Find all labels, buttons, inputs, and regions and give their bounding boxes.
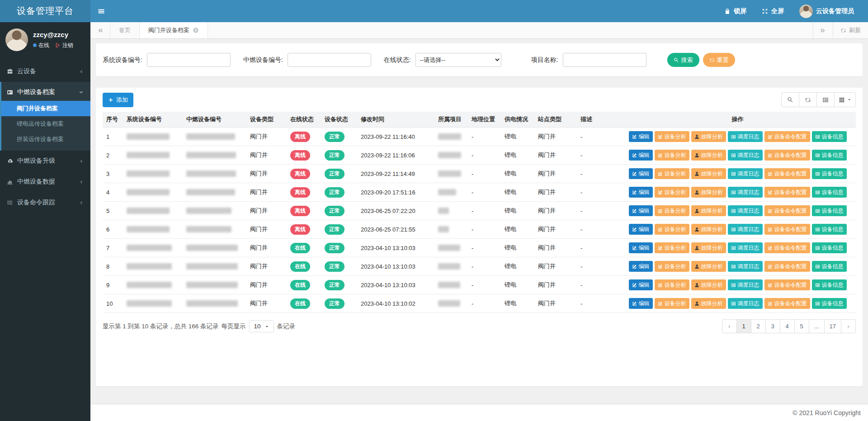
device-analysis-button[interactable]: 设备分析: [655, 224, 689, 235]
sidebar-item-device-command-track[interactable]: 设备命令跟踪: [0, 192, 90, 213]
sidebar-item-cloud-device[interactable]: 云设备: [0, 61, 90, 82]
edit-button[interactable]: 编辑: [629, 150, 653, 161]
edit-button[interactable]: 编辑: [629, 298, 653, 309]
device-info-button[interactable]: 设备信息: [812, 168, 847, 179]
tab-refresh-button[interactable]: 刷新: [833, 22, 868, 38]
columns-button[interactable]: [834, 92, 856, 107]
device-analysis-button[interactable]: 设备分析: [655, 187, 689, 198]
page-2-button[interactable]: 2: [751, 319, 766, 333]
device-analysis-button[interactable]: 设备分析: [655, 242, 689, 253]
system-device-code-input[interactable]: [147, 53, 231, 67]
sidebar-item-zr-device-upgrade[interactable]: 中燃设备升级: [0, 151, 90, 171]
fault-analysis-button[interactable]: 故障分析: [691, 224, 726, 235]
device-command-config-button[interactable]: 设备命令配置: [764, 261, 810, 272]
close-tab-icon[interactable]: [193, 27, 199, 33]
detail-view-button[interactable]: [816, 92, 835, 107]
dispatch-log-button[interactable]: 调度日志: [728, 205, 763, 216]
fault-analysis-button[interactable]: 故障分析: [691, 279, 726, 290]
device-command-config-button[interactable]: 设备命令配置: [764, 205, 810, 216]
tab-home[interactable]: 首页: [110, 22, 140, 38]
fullscreen-button[interactable]: 全屏: [754, 0, 792, 22]
dispatch-log-button[interactable]: 调度日志: [728, 261, 763, 272]
device-command-config-button[interactable]: 设备命令配置: [764, 298, 810, 309]
edit-button[interactable]: 编辑: [629, 168, 653, 179]
sidebar-subitem-lithium-remote-device-archive[interactable]: 锂电远传设备档案: [1, 116, 90, 132]
tab-valve-well-archive[interactable]: 阀门井设备档案: [140, 22, 208, 38]
add-button[interactable]: 添加: [103, 93, 133, 107]
sidebar-subitem-valve-well-device-archive[interactable]: 阀门井设备档案: [1, 101, 90, 116]
device-command-config-button[interactable]: 设备命令配置: [764, 279, 810, 290]
device-info-button[interactable]: 设备信息: [812, 224, 847, 235]
fault-analysis-button[interactable]: 故障分析: [691, 131, 726, 142]
page-3-button[interactable]: 3: [765, 319, 780, 333]
refresh-table-button[interactable]: [799, 92, 817, 107]
dispatch-log-button[interactable]: 调度日志: [728, 224, 763, 235]
device-info-button[interactable]: 设备信息: [812, 187, 847, 198]
online-status-select[interactable]: --请选择--: [415, 53, 501, 67]
page-17-button[interactable]: 17: [824, 319, 841, 333]
device-command-config-button[interactable]: 设备命令配置: [764, 224, 810, 235]
dispatch-log-button[interactable]: 调度日志: [728, 298, 763, 309]
page-4-button[interactable]: 4: [780, 319, 795, 333]
device-analysis-button[interactable]: 设备分析: [655, 150, 689, 161]
tabs-scroll-left-button[interactable]: [90, 22, 110, 38]
page-ellipsis[interactable]: ...: [809, 319, 825, 333]
page-size-select[interactable]: 10: [249, 320, 274, 332]
fault-analysis-button[interactable]: 故障分析: [691, 298, 726, 309]
logout-link[interactable]: 注销: [62, 42, 73, 49]
device-info-button[interactable]: 设备信息: [812, 205, 847, 216]
fault-analysis-button[interactable]: 故障分析: [691, 168, 726, 179]
search-button[interactable]: 搜索: [667, 53, 699, 67]
device-info-button[interactable]: 设备信息: [812, 242, 847, 253]
edit-button[interactable]: 编辑: [629, 205, 653, 216]
device-analysis-button[interactable]: 设备分析: [655, 261, 689, 272]
fault-analysis-button[interactable]: 故障分析: [691, 242, 726, 253]
pagination-next-button[interactable]: ›: [841, 319, 856, 333]
edit-button[interactable]: 编辑: [629, 224, 653, 235]
fault-analysis-button[interactable]: 故障分析: [691, 261, 726, 272]
dispatch-log-button[interactable]: 调度日志: [728, 131, 763, 142]
device-command-config-button[interactable]: 设备命令配置: [764, 242, 810, 253]
device-analysis-button[interactable]: 设备分析: [655, 205, 689, 216]
dispatch-log-button[interactable]: 调度日志: [728, 242, 763, 253]
edit-button[interactable]: 编辑: [629, 242, 653, 253]
edit-button[interactable]: 编辑: [629, 279, 653, 290]
fault-analysis-button[interactable]: 故障分析: [691, 150, 726, 161]
device-info-button[interactable]: 设备信息: [812, 279, 847, 290]
edit-button[interactable]: 编辑: [629, 187, 653, 198]
device-command-config-button[interactable]: 设备命令配置: [764, 131, 810, 142]
zr-device-code-input[interactable]: [288, 53, 371, 67]
sidebar-item-zr-device-archive[interactable]: 中燃设备档案: [1, 82, 90, 101]
fault-analysis-button[interactable]: 故障分析: [691, 205, 726, 216]
tabs-scroll-right-button[interactable]: [813, 22, 833, 38]
sidebar-item-zr-device-data[interactable]: 中燃设备数据: [0, 171, 90, 192]
online-status-label[interactable]: 在线: [38, 42, 49, 49]
lock-screen-button[interactable]: 锁屏: [717, 0, 754, 22]
fault-analysis-button[interactable]: 故障分析: [691, 187, 726, 198]
sidebar-toggle-button[interactable]: [90, 0, 112, 22]
reset-button[interactable]: 重置: [703, 53, 735, 67]
dispatch-log-button[interactable]: 调度日志: [728, 150, 763, 161]
edit-button[interactable]: 编辑: [629, 261, 653, 272]
device-command-config-button[interactable]: 设备命令配置: [764, 150, 810, 161]
device-info-button[interactable]: 设备信息: [812, 261, 847, 272]
app-logo[interactable]: 设备管理平台: [0, 0, 90, 22]
page-5-button[interactable]: 5: [794, 319, 809, 333]
toggle-search-button[interactable]: [781, 92, 799, 107]
device-command-config-button[interactable]: 设备命令配置: [764, 168, 810, 179]
device-analysis-button[interactable]: 设备分析: [655, 168, 689, 179]
user-menu[interactable]: 云设备管理员: [792, 0, 862, 22]
device-analysis-button[interactable]: 设备分析: [655, 279, 689, 290]
device-analysis-button[interactable]: 设备分析: [655, 131, 689, 142]
dispatch-log-button[interactable]: 调度日志: [728, 168, 763, 179]
edit-button[interactable]: 编辑: [629, 131, 653, 142]
page-1-button[interactable]: 1: [736, 319, 751, 333]
pagination-prev-button[interactable]: ‹: [722, 319, 737, 333]
device-info-button[interactable]: 设备信息: [812, 150, 847, 161]
device-command-config-button[interactable]: 设备命令配置: [764, 187, 810, 198]
sidebar-subitem-assembled-remote-device-archive[interactable]: 拼装远传设备档案: [1, 132, 90, 147]
project-name-input[interactable]: [563, 53, 646, 67]
device-info-button[interactable]: 设备信息: [812, 298, 847, 309]
device-info-button[interactable]: 设备信息: [812, 131, 847, 142]
dispatch-log-button[interactable]: 调度日志: [728, 279, 763, 290]
